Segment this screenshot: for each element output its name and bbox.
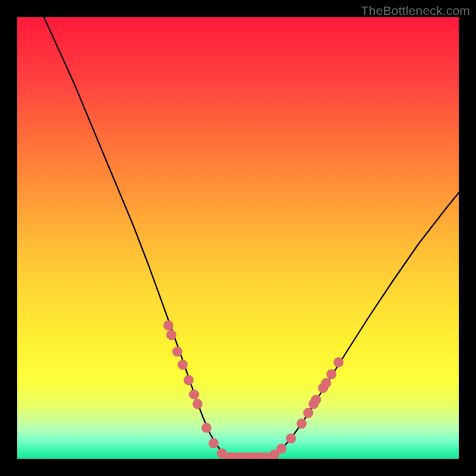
data-point <box>334 358 344 368</box>
data-point <box>286 434 296 444</box>
data-point <box>173 347 183 357</box>
data-point <box>202 423 212 433</box>
bottleneck-curve <box>17 17 459 459</box>
chart-frame: TheBottleneck.com <box>0 0 476 476</box>
data-point <box>217 449 227 459</box>
data-point <box>297 419 307 429</box>
data-point <box>178 360 188 370</box>
data-point <box>309 399 319 409</box>
data-point <box>311 395 321 405</box>
data-point <box>164 321 174 331</box>
data-point <box>270 450 280 459</box>
data-point <box>184 375 194 386</box>
data-point <box>327 369 337 380</box>
data-point <box>193 399 203 409</box>
data-point <box>209 439 219 449</box>
plot-area <box>17 17 459 459</box>
data-markers <box>17 17 459 459</box>
data-point <box>277 444 287 454</box>
data-point <box>189 390 199 400</box>
data-point <box>303 408 314 418</box>
data-point <box>318 383 328 393</box>
data-point <box>321 378 331 389</box>
watermark-text: TheBottleneck.com <box>361 4 470 18</box>
data-point <box>167 330 177 340</box>
